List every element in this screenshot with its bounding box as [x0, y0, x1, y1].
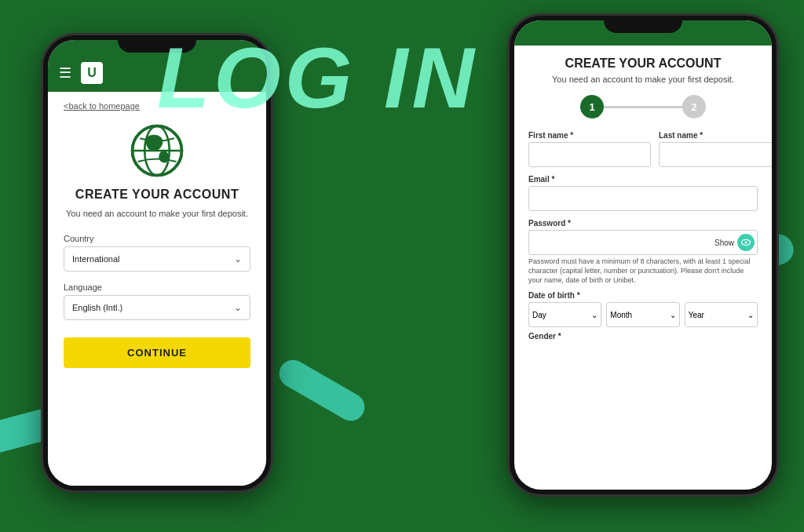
phone-notch-right	[604, 16, 682, 33]
chevron-icon-2: ⌄	[234, 302, 242, 313]
country-dropdown[interactable]: International ⌄	[64, 246, 250, 271]
globe-icon	[130, 123, 185, 178]
hamburger-icon[interactable]: ☰	[59, 64, 71, 82]
year-chevron: ⌄	[747, 311, 754, 319]
country-value: International	[72, 254, 120, 264]
year-dropdown[interactable]: Year ⌄	[685, 302, 758, 327]
step-1-number: 1	[589, 101, 594, 113]
right-phone-frame: CREATE YOUR ACCOUNT You need an account …	[510, 16, 777, 494]
language-value: English (Intl.)	[72, 303, 122, 312]
left-title: CREATE YOUR ACCOUNT	[75, 188, 239, 202]
steps-indicator: 1 2	[528, 95, 758, 118]
email-group: Email *	[528, 175, 758, 211]
right-title: CREATE YOUR ACCOUNT	[528, 56, 758, 71]
password-row: Show	[528, 230, 758, 255]
right-phone-body: CREATE YOUR ACCOUNT You need an account …	[514, 46, 772, 490]
left-subtitle: You need an account to make your first d…	[66, 208, 248, 220]
back-link[interactable]: <back to homepage	[64, 101, 140, 111]
unibet-logo[interactable]: U	[81, 62, 103, 84]
chevron-icon: ⌄	[234, 253, 242, 264]
year-label: Year	[689, 311, 704, 319]
day-dropdown[interactable]: Day ⌄	[528, 302, 601, 327]
svg-point-5	[745, 242, 747, 244]
show-label: Show	[714, 239, 734, 247]
gender-label: Gender *	[528, 332, 758, 341]
first-name-group: First name *	[528, 131, 651, 167]
email-label: Email *	[528, 175, 758, 184]
right-phone: CREATE YOUR ACCOUNT You need an account …	[510, 16, 777, 494]
continue-button[interactable]: CONTINUE	[64, 337, 250, 368]
email-input[interactable]	[528, 186, 758, 211]
dob-label: Date of birth *	[528, 291, 758, 300]
step-2-number: 2	[691, 101, 696, 113]
right-phone-screen: CREATE YOUR ACCOUNT You need an account …	[514, 20, 772, 490]
step-line	[604, 106, 682, 108]
language-dropdown[interactable]: English (Intl.) ⌄	[64, 295, 250, 320]
last-name-label: Last name *	[659, 131, 772, 140]
month-chevron: ⌄	[670, 311, 676, 319]
password-group: Password * Show Password must have a min…	[528, 219, 758, 291]
slash-decor-2	[274, 355, 369, 425]
eye-icon	[741, 239, 751, 246]
language-label: Language	[64, 282, 102, 292]
login-heading: LOG IN	[157, 27, 478, 127]
password-hint: Password must have a minimum of 8 charac…	[528, 257, 758, 285]
country-label: Country	[64, 234, 94, 243]
left-phone-body: <back to homepage CREATE YOUR ACCOUNT Yo…	[48, 92, 266, 486]
date-of-birth-row: Day ⌄ Month ⌄ Year ⌄	[528, 302, 758, 327]
last-name-group: Last name *	[659, 131, 772, 167]
last-name-input[interactable]	[659, 142, 772, 167]
first-name-label: First name *	[528, 131, 651, 140]
day-chevron: ⌄	[591, 311, 598, 319]
password-label: Password *	[528, 219, 758, 228]
right-subtitle: You need an account to make your first d…	[528, 74, 758, 86]
first-name-input[interactable]	[528, 142, 651, 167]
month-dropdown[interactable]: Month ⌄	[606, 302, 679, 327]
name-row: First name * Last name *	[528, 131, 758, 167]
day-label: Day	[532, 311, 546, 319]
month-label: Month	[610, 311, 632, 319]
step-1: 1	[580, 95, 604, 118]
step-2: 2	[682, 95, 706, 118]
